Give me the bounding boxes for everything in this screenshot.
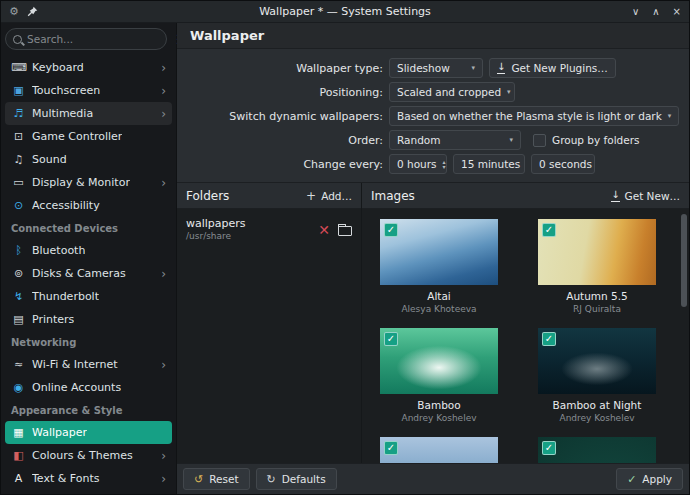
wallpaper-thumbnail-bamboo-at-night[interactable]: ✓ Bamboo at Night Andrey Koshelev — [538, 328, 656, 425]
open-folder-icon[interactable] — [338, 226, 352, 236]
sidebar-item-online-accounts[interactable]: ◉ Online Accounts — [5, 376, 172, 399]
images-scrollbar[interactable] — [681, 214, 687, 307]
thumbnail-image[interactable]: ✓ — [538, 437, 656, 463]
spinner-value: 0 seconds — [539, 158, 592, 170]
apply-button[interactable]: ✓ Apply — [616, 468, 683, 490]
get-new-plugins-button[interactable]: ↓ Get New Plugins… — [489, 58, 616, 78]
seconds-spinner[interactable]: 0 seconds ▴ ▾ — [531, 154, 595, 174]
wallpaper-name: Altai — [380, 290, 498, 304]
spinner-value: 0 hours — [397, 158, 437, 170]
chevron-down-icon: ▾ — [509, 136, 513, 144]
spin-down-icon[interactable]: ▾ — [443, 164, 446, 169]
checkbox-checked-icon[interactable]: ✓ — [384, 332, 398, 346]
dynamic-wallpapers-dropdown[interactable]: Based on whether the Plasma style is lig… — [389, 106, 679, 126]
button-label: Get New… — [625, 190, 680, 202]
dropdown-value: Random — [397, 134, 440, 146]
sidebar-item-multimedia[interactable]: ♬ Multimedia › — [5, 102, 172, 125]
checkbox-checked-icon[interactable]: ✓ — [542, 223, 556, 237]
sidebar-nav: ⌨ Keyboard › ▣ Touchscreen › ♬ Multimedi… — [1, 54, 176, 494]
hours-spinner[interactable]: 0 hours ▴ ▾ — [389, 154, 447, 174]
wallpaper-thumbnail-bamboo[interactable]: ✓ Bamboo Andrey Koshelev — [380, 328, 498, 425]
defaults-button[interactable]: ↻ Defaults — [256, 468, 337, 490]
minutes-spinner[interactable]: 15 minutes ▴ ▾ — [453, 154, 525, 174]
sidebar-item-bluetooth[interactable]: ᛒ Bluetooth — [5, 239, 172, 262]
close-button[interactable]: × — [673, 7, 681, 17]
chevron-down-icon: ▾ — [668, 112, 672, 120]
spinner-value: 15 minutes — [461, 158, 520, 170]
sidebar-item-label: Keyboard — [32, 61, 84, 74]
sidebar-item-display-monitor[interactable]: ▭ Display & Monitor › — [5, 171, 172, 194]
page-title: Wallpaper — [177, 23, 689, 49]
search-box[interactable] — [5, 28, 167, 50]
folder-list-item[interactable]: wallpapers /usr/share ✕ — [177, 209, 361, 250]
folders-panel: Folders + Add… wallpapers /usr/share — [177, 183, 362, 463]
dropdown-value: Based on whether the Plasma style is lig… — [397, 110, 662, 122]
sidebar-item-sound[interactable]: ♫ Sound — [5, 148, 172, 171]
wallpaper-author: Alesya Khoteeva — [380, 304, 498, 316]
check-icon: ✓ — [627, 474, 636, 485]
sidebar-item-disks-cameras[interactable]: ⊚ Disks & Cameras › — [5, 262, 172, 285]
wallpaper-thumbnail-partial-right[interactable]: ✓ — [538, 437, 656, 463]
sidebar-item-game-controller[interactable]: ⊡ Game Controller — [5, 125, 172, 148]
bluetooth-icon: ᛒ — [11, 245, 26, 256]
maximize-button[interactable]: ∧ — [652, 7, 659, 17]
sidebar-section-appearance-style: Appearance & Style — [5, 399, 172, 421]
thunderbolt-icon: ↯ — [11, 291, 26, 302]
remove-folder-icon[interactable]: ✕ — [318, 223, 330, 237]
sidebar-item-wallpaper[interactable]: ▦ Wallpaper — [5, 421, 172, 444]
pin-icon[interactable] — [27, 6, 38, 17]
sidebar-item-thunderbolt[interactable]: ↯ Thunderbolt — [5, 285, 172, 308]
wallpaper-thumbnail-altai[interactable]: ✓ Altai Alesya Khoteeva — [380, 219, 498, 316]
checkbox-checked-icon[interactable]: ✓ — [384, 441, 398, 455]
group-by-folders-label: Group by folders — [552, 134, 639, 146]
reset-button[interactable]: ↺ Reset — [183, 468, 250, 490]
touchscreen-icon: ▣ — [11, 85, 26, 96]
checkbox-checked-icon[interactable]: ✓ — [384, 223, 398, 237]
folders-panel-title: Folders — [186, 189, 229, 203]
thumbnail-image[interactable]: ✓ — [538, 328, 656, 394]
group-by-folders-checkbox[interactable] — [533, 134, 546, 147]
switch-dynamic-wallpapers-label: Switch dynamic wallpapers: — [187, 110, 383, 123]
sidebar-item-label: Sound — [32, 153, 67, 166]
sidebar: ☰ ⌨ Keyboard › ▣ Touchscreen › ♬ Multime… — [1, 23, 177, 494]
positioning-dropdown[interactable]: Scaled and cropped ▾ — [389, 82, 515, 102]
sidebar-item-text-fonts[interactable]: A Text & Fonts › — [5, 467, 172, 490]
online-accounts-icon: ◉ — [11, 382, 26, 393]
order-dropdown[interactable]: Random ▾ — [389, 130, 521, 150]
wallpaper-grid: ✓ Altai Alesya Khoteeva ✓ Autumn 5.5 — [362, 209, 689, 463]
chevron-right-icon: › — [161, 62, 166, 74]
checkbox-checked-icon[interactable]: ✓ — [542, 441, 556, 455]
wallpaper-thumbnail-partial-left[interactable]: ✓ — [380, 437, 498, 463]
thumbnail-image[interactable]: ✓ — [380, 219, 498, 285]
sidebar-item-label: Printers — [32, 313, 74, 326]
checkbox-checked-icon[interactable]: ✓ — [542, 332, 556, 346]
chevron-right-icon: › — [161, 177, 166, 189]
search-input[interactable] — [27, 33, 159, 45]
thumbnail-image[interactable]: ✓ — [538, 219, 656, 285]
wallpaper-author: Andrey Koshelev — [380, 413, 498, 425]
sidebar-item-keyboard[interactable]: ⌨ Keyboard › — [5, 56, 172, 79]
chevron-down-icon: ▾ — [507, 88, 511, 96]
disks-cameras-icon: ⊚ — [11, 268, 26, 279]
thumbnail-image[interactable]: ✓ — [380, 328, 498, 394]
order-label: Order: — [187, 134, 383, 147]
chevron-right-icon: › — [161, 359, 166, 371]
sidebar-item-printers[interactable]: ▤ Printers — [5, 308, 172, 331]
wallpaper-name: Bamboo at Night — [538, 399, 656, 413]
sidebar-item-touchscreen[interactable]: ▣ Touchscreen › — [5, 79, 172, 102]
sidebar-item-colours-themes[interactable]: ◧ Colours & Themes › — [5, 444, 172, 467]
wallpaper-type-dropdown[interactable]: Slideshow ▾ — [389, 58, 483, 78]
search-icon — [13, 35, 22, 44]
sidebar-item-wifi-internet[interactable]: ≈ Wi-Fi & Internet › — [5, 353, 172, 376]
add-folder-button[interactable]: + Add… — [306, 190, 352, 202]
sidebar-item-accessibility[interactable]: ⊙ Accessibility — [5, 194, 172, 217]
sidebar-item-label: Text & Fonts — [32, 472, 100, 485]
get-new-wallpapers-button[interactable]: ↓ Get New… — [611, 190, 680, 202]
chevron-right-icon: › — [161, 108, 166, 120]
thumbnail-image[interactable]: ✓ — [380, 437, 498, 463]
minimize-button[interactable]: ∨ — [632, 7, 639, 17]
wallpaper-thumbnail-autumn[interactable]: ✓ Autumn 5.5 RJ Quiralta — [538, 219, 656, 316]
sidebar-item-label: Game Controller — [32, 130, 122, 143]
button-label: Get New Plugins… — [511, 62, 607, 74]
restore-defaults-icon: ↻ — [267, 474, 276, 485]
